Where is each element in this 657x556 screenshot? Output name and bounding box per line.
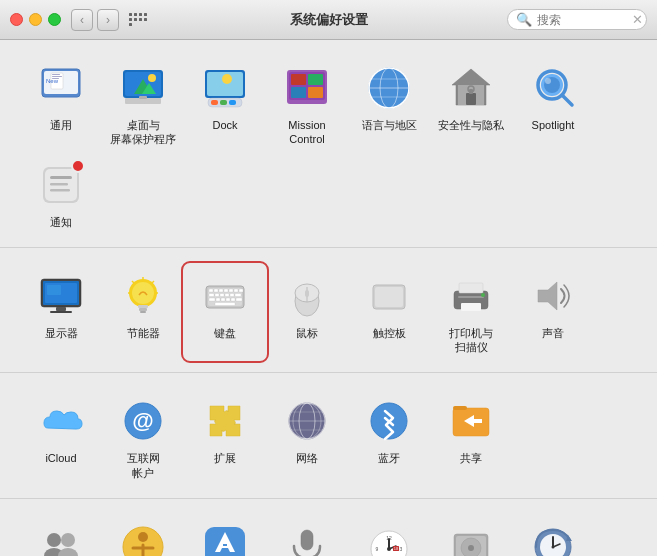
sound-label: 声音 [542, 326, 564, 340]
extensions-icon [199, 395, 251, 447]
clear-search-icon[interactable]: ✕ [632, 12, 643, 27]
pref-item-bluetooth[interactable]: 蓝牙 [348, 389, 430, 486]
desktop-label: 桌面与屏幕保护程序 [110, 118, 176, 147]
mission-icon [281, 62, 333, 114]
svg-rect-51 [56, 307, 66, 311]
svg-point-11 [148, 74, 156, 82]
window-controls [10, 13, 61, 26]
pref-item-desktop[interactable]: 桌面与屏幕保护程序 [102, 56, 184, 153]
svg-point-16 [222, 74, 232, 84]
pref-item-datetime[interactable]: 12 3 6 9 18 日期与时间 [348, 515, 430, 556]
pref-item-startup[interactable]: 启动磁盘 [430, 515, 512, 556]
pref-item-extensions[interactable]: 扩展 [184, 389, 266, 486]
svg-rect-26 [308, 87, 323, 98]
svg-rect-13 [139, 96, 147, 99]
svg-rect-111 [453, 406, 467, 410]
pref-item-network[interactable]: 网络 [266, 389, 348, 486]
svg-rect-92 [375, 287, 403, 307]
general-icon: New [35, 62, 87, 114]
network-icon [281, 395, 333, 447]
preferences-content: New 通用 [0, 40, 657, 556]
svg-rect-81 [216, 298, 220, 301]
search-box[interactable]: 🔍 ✕ [507, 9, 647, 30]
pref-item-sound[interactable]: 声音 [512, 264, 594, 361]
pref-item-appstore[interactable]: App Store [184, 515, 266, 556]
svg-point-116 [58, 548, 78, 556]
pref-item-sharing[interactable]: 共享 [430, 389, 512, 486]
pref-item-dock[interactable]: Dock [184, 56, 266, 153]
section-system: 用户与群组 家长控制 [0, 499, 657, 556]
forward-button[interactable]: › [97, 9, 119, 31]
pref-item-mouse[interactable]: 鼠标 [266, 264, 348, 361]
svg-line-41 [562, 95, 572, 105]
security-label: 安全性与隐私 [438, 118, 504, 132]
pref-item-printer[interactable]: 打印机与扫描仪 [430, 264, 512, 361]
back-button[interactable]: ‹ [71, 9, 93, 31]
sound-icon [527, 270, 579, 322]
svg-point-113 [47, 533, 61, 547]
svg-rect-4 [52, 74, 60, 75]
notification-icon [35, 159, 87, 211]
svg-rect-67 [209, 289, 213, 292]
pref-item-icloud[interactable]: iCloud [20, 389, 102, 486]
mouse-label: 鼠标 [296, 326, 318, 340]
search-input[interactable] [537, 13, 627, 27]
general-label: 通用 [50, 118, 72, 132]
sharing-icon [445, 395, 497, 447]
svg-rect-90 [305, 290, 309, 297]
sharing-label: 共享 [460, 451, 482, 465]
svg-rect-76 [220, 293, 224, 296]
pref-item-notification[interactable]: 通知 [20, 153, 102, 235]
search-icon: 🔍 [516, 12, 532, 27]
pref-item-general[interactable]: New 通用 [20, 56, 102, 153]
mission-label: MissionControl [288, 118, 325, 147]
internet-label: 互联网帐户 [127, 451, 160, 480]
svg-rect-83 [226, 298, 230, 301]
svg-line-62 [132, 281, 134, 283]
pref-item-users[interactable]: 用户与群组 [20, 515, 102, 556]
pref-item-mission[interactable]: MissionControl [266, 56, 348, 153]
svg-rect-84 [231, 298, 235, 301]
pref-item-trackpad[interactable]: 触控板 [348, 264, 430, 361]
window-title: 系统偏好设置 [290, 11, 368, 29]
pref-item-internet-accounts[interactable]: @ 互联网帐户 [102, 389, 184, 486]
appstore-icon [199, 521, 251, 556]
svg-rect-69 [219, 289, 223, 292]
svg-text:3: 3 [400, 546, 403, 552]
pref-item-parental[interactable]: 家长控制 [102, 515, 184, 556]
svg-rect-45 [50, 176, 72, 179]
svg-rect-77 [225, 293, 229, 296]
language-icon [363, 62, 415, 114]
svg-rect-75 [215, 293, 219, 296]
dock-icon [199, 62, 251, 114]
section-internet: iCloud @ 互联网帐户 扩展 [0, 373, 657, 499]
svg-point-56 [132, 282, 154, 304]
svg-rect-78 [230, 293, 234, 296]
pref-item-timemachine[interactable]: Time Machine [512, 515, 594, 556]
minimize-button[interactable] [29, 13, 42, 26]
maximize-button[interactable] [48, 13, 61, 26]
titlebar: ‹ › 系统偏好设置 🔍 ✕ [0, 0, 657, 40]
svg-rect-58 [139, 308, 147, 311]
pref-item-security[interactable]: 安全性与隐私 [430, 56, 512, 153]
startup-icon [445, 521, 497, 556]
keyboard-icon [199, 270, 251, 322]
pref-item-energy[interactable]: 节能器 [102, 264, 184, 361]
svg-point-115 [61, 533, 75, 547]
pref-item-language[interactable]: 语言与地区 [348, 56, 430, 153]
svg-rect-46 [50, 183, 68, 186]
grid-view-icon[interactable] [129, 11, 147, 29]
close-button[interactable] [10, 13, 23, 26]
printer-icon [445, 270, 497, 322]
pref-item-dictation[interactable]: 听写与语音 [266, 515, 348, 556]
icloud-icon [35, 395, 87, 447]
dictation-icon [281, 521, 333, 556]
display-icon [35, 270, 87, 322]
bluetooth-icon [363, 395, 415, 447]
spotlight-label: Spotlight [532, 118, 575, 132]
svg-rect-18 [211, 100, 218, 105]
pref-item-keyboard[interactable]: 键盘 [184, 264, 266, 361]
pref-item-display[interactable]: 显示器 [20, 264, 102, 361]
nav-buttons: ‹ › [71, 9, 119, 31]
pref-item-spotlight[interactable]: Spotlight [512, 56, 594, 153]
